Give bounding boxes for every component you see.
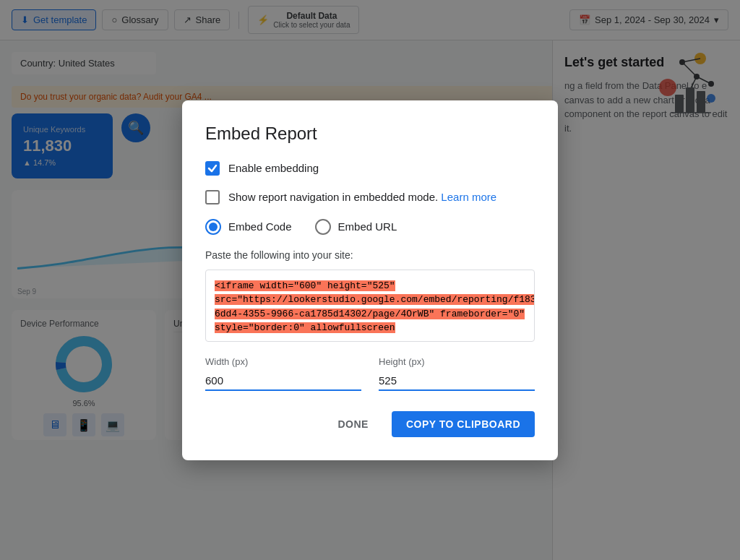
done-button[interactable]: DONE [320, 411, 385, 437]
show-nav-label: Show report navigation in embedded mode.… [228, 191, 496, 203]
learn-more-link[interactable]: Learn more [441, 191, 496, 203]
dimension-row: Width (px) Height (px) [205, 356, 535, 391]
show-nav-text: Show report navigation in embedded mode. [228, 191, 438, 203]
checkmark-icon [207, 163, 218, 173]
show-nav-checkbox[interactable] [205, 190, 220, 204]
code-display[interactable]: <iframe width="600" height="525" src="ht… [205, 270, 535, 342]
embed-url-radio[interactable] [315, 219, 331, 235]
enable-embedding-checkbox[interactable] [205, 161, 220, 176]
action-row: DONE COPY TO CLIPBOARD [205, 411, 535, 437]
enable-embedding-label: Enable embedding [228, 162, 319, 174]
copy-to-clipboard-button[interactable]: COPY TO CLIPBOARD [392, 411, 535, 437]
embed-code-label: Embed Code [228, 220, 292, 233]
embed-url-option[interactable]: Embed URL [315, 219, 397, 235]
instruction-text: Paste the following into your site: [205, 249, 535, 261]
code-highlighted: <iframe width="600" height="525" src="ht… [215, 280, 535, 334]
embed-code-option[interactable]: Embed Code [205, 219, 292, 235]
modal-overlay: Embed Report Enable embedding Show repor… [0, 0, 740, 560]
embed-report-modal: Embed Report Enable embedding Show repor… [182, 100, 558, 460]
width-label: Width (px) [205, 356, 361, 367]
embed-url-label: Embed URL [338, 220, 397, 233]
height-input[interactable] [379, 371, 535, 391]
modal-title: Embed Report [205, 124, 535, 144]
width-field: Width (px) [205, 356, 361, 391]
enable-embedding-row: Enable embedding [205, 161, 535, 176]
height-field: Height (px) [379, 356, 535, 391]
embed-type-row: Embed Code Embed URL [205, 219, 535, 235]
show-nav-row: Show report navigation in embedded mode.… [205, 190, 535, 204]
width-input[interactable] [205, 371, 361, 391]
height-label: Height (px) [379, 356, 535, 367]
embed-code-radio[interactable] [205, 219, 221, 235]
